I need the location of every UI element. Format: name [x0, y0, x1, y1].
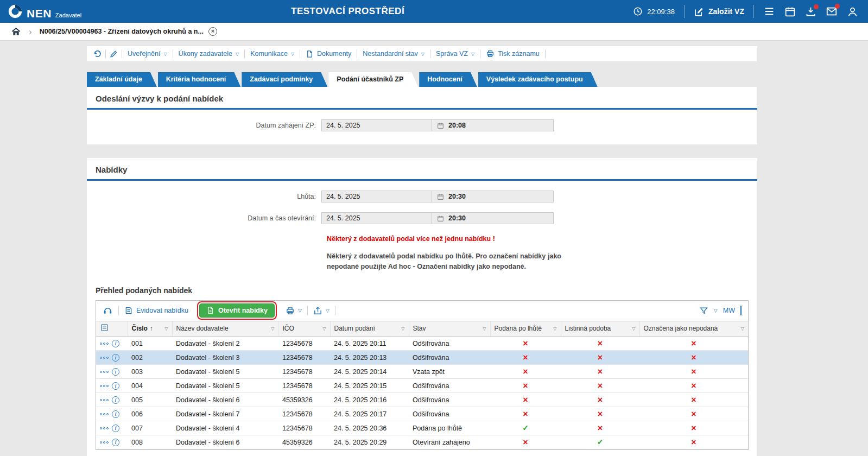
filter-dropdown-icon[interactable]: ▽ — [553, 326, 556, 331]
filter-icon[interactable] — [699, 306, 708, 315]
info-icon[interactable]: i — [112, 354, 119, 362]
tab-zadavaci-podminky[interactable]: Zadávací podmínky — [242, 72, 327, 87]
info-icon[interactable]: i — [112, 425, 119, 432]
user-initials-button[interactable]: MW — [723, 307, 735, 314]
info-icon[interactable]: i — [112, 396, 119, 404]
toolbar-item-tisk-zaznamu[interactable]: Tisk záznamu — [484, 49, 542, 58]
register-offer-button[interactable]: Evidovat nabídku — [124, 306, 188, 315]
chevron-down-icon[interactable]: ▽ — [714, 308, 718, 313]
cell-ico: 12345678 — [278, 407, 330, 421]
filter-dropdown-icon[interactable]: ▽ — [401, 326, 404, 331]
cell-supplier: Dodavatel - školení 7 — [172, 407, 278, 421]
column-header-oznacena-jako-nepodana[interactable]: Označena jako nepodaná ▽ — [639, 321, 748, 337]
divider — [307, 306, 308, 315]
column-header-listinna-podoba[interactable]: Listinná podoba ▽ — [561, 321, 639, 337]
info-icon[interactable]: i — [112, 368, 119, 376]
user-icon[interactable] — [847, 6, 858, 17]
pencil-icon[interactable] — [109, 49, 118, 59]
tab-kriteria-hodnoceni[interactable]: Kritéria hodnocení — [158, 72, 240, 87]
breadcrumb: › N006/25/V00004963 - Zřízení datových o… — [0, 23, 868, 41]
cell-ico: 12345678 — [278, 337, 330, 351]
row-menu-icon[interactable] — [100, 385, 109, 387]
info-icon[interactable]: i — [112, 410, 119, 418]
export-button[interactable]: ▽ — [313, 306, 330, 315]
date-input[interactable]: 24. 5. 2025 — [322, 191, 432, 202]
date-input[interactable]: 24. 5. 2025 — [322, 213, 432, 224]
downloads-button[interactable] — [805, 6, 816, 17]
menu-icon[interactable] — [763, 5, 775, 17]
close-icon[interactable]: × — [208, 27, 217, 36]
filter-dropdown-icon[interactable]: ▽ — [741, 326, 744, 331]
table-row[interactable]: i 001 Dodavatel - školení 2 12345678 24.… — [96, 337, 748, 351]
calendar-icon[interactable] — [784, 6, 796, 17]
record-toolbar: Uveřejnění ▽ Úkony zadavatele ▽ Komunika… — [87, 46, 757, 61]
chevron-down-icon: ▽ — [163, 52, 167, 56]
toolbar-item-label: Nestandardní stav — [363, 50, 417, 58]
column-header-datum-podani[interactable]: Datum podání ▽ — [330, 321, 409, 337]
column-header-nazev-dodavatele[interactable]: Název dodavatele ▽ — [172, 321, 278, 337]
tab-hodnoceni[interactable]: Hodnocení — [419, 72, 477, 87]
tab-vysledek-zadavaciho-postupu[interactable]: Výsledek zadávacího postupu — [478, 72, 598, 87]
table-row[interactable]: i 008 Dodavatel - školení 6 45359326 24.… — [96, 435, 748, 449]
print-grid-button[interactable]: ▽ — [286, 306, 302, 315]
toolbar-item-komunikace[interactable]: Komunikace ▽ — [248, 50, 296, 58]
toolbar-item-ukony-zadavatele[interactable]: Úkony zadavatele ▽ — [176, 50, 242, 58]
tab-podani-ucastniku-zp[interactable]: Podání účastníků ZP — [328, 72, 418, 87]
app-logo[interactable]: NEN Zadavatel — [8, 4, 81, 19]
cell-date: 24. 5. 2025 20:11 — [330, 337, 409, 351]
open-offers-label: Otevřít nabídky — [218, 307, 268, 314]
late-mark: × — [523, 367, 528, 376]
filter-dropdown-icon[interactable]: ▽ — [632, 326, 635, 331]
home-icon[interactable] — [11, 27, 21, 37]
time-value: 20:30 — [448, 193, 466, 200]
chevron-down-icon: ▽ — [236, 52, 239, 56]
table-row[interactable]: i 005 Dodavatel - školení 6 45359326 24.… — [96, 393, 748, 407]
chevron-down-icon: ▽ — [421, 52, 425, 56]
cell-date: 24. 5. 2025 20:36 — [330, 421, 409, 435]
table-row[interactable]: i 004 Dodavatel - školení 5 12345678 24.… — [96, 379, 748, 393]
open-offers-button[interactable]: Otevřít nabídky — [199, 303, 275, 318]
table-row[interactable]: i 006 Dodavatel - školení 7 12345678 24.… — [96, 407, 748, 421]
column-header-ico[interactable]: IČO ▽ — [278, 321, 330, 337]
row-menu-icon[interactable] — [100, 413, 109, 415]
divider — [545, 49, 546, 58]
cell-ico: 12345678 — [278, 365, 330, 379]
undo-icon[interactable] — [92, 49, 102, 59]
breadcrumb-record-tab[interactable]: N006/25/V00004963 - Zřízení datových okr… — [40, 27, 217, 36]
row-menu-icon[interactable] — [100, 371, 109, 373]
tab-zakladni-udaje[interactable]: Základní údaje — [87, 72, 157, 87]
row-menu-icon[interactable] — [100, 343, 109, 345]
filter-dropdown-icon[interactable]: ▽ — [483, 326, 486, 331]
toolbar-item-uverejneni[interactable]: Uveřejnění ▽ — [125, 50, 169, 58]
column-header-podana-po-lhute[interactable]: Podaná po lhůtě ▽ — [490, 321, 561, 337]
time-input[interactable]: 20:30 — [432, 213, 553, 224]
create-vz-button[interactable]: Založit VZ — [694, 7, 744, 17]
toolbar-item-sprava-vz[interactable]: Správa VZ ▽ — [434, 50, 477, 58]
divider — [740, 306, 742, 315]
info-icon[interactable]: i — [112, 340, 119, 347]
toolbar-item-dokumenty[interactable]: Dokumenty — [303, 50, 353, 58]
row-menu-icon[interactable] — [100, 357, 109, 359]
messages-button[interactable] — [826, 5, 838, 17]
cell-notsubmitted: × — [639, 435, 748, 449]
filter-dropdown-icon[interactable]: ▽ — [322, 326, 326, 331]
row-menu-icon[interactable] — [100, 441, 109, 444]
info-icon[interactable]: i — [112, 382, 119, 390]
table-row[interactable]: i 003 Dodavatel - školení 5 12345678 24.… — [96, 365, 748, 379]
row-menu-icon[interactable] — [100, 399, 109, 401]
toolbar-item-nestandardni-stav[interactable]: Nestandardní stav ▽ — [360, 50, 427, 58]
table-row[interactable]: i 007 Dodavatel - školení 4 12345678 24.… — [96, 421, 748, 435]
date-input[interactable]: 24. 5. 2025 — [322, 120, 432, 131]
filter-dropdown-icon[interactable]: ▽ — [164, 326, 168, 331]
time-input[interactable]: 20:08 — [432, 120, 553, 131]
column-header-cislo[interactable]: Číslo ↑ ▽ — [128, 321, 172, 337]
info-icon[interactable]: i — [112, 439, 119, 446]
time-input[interactable]: 20:30 — [432, 191, 553, 202]
column-settings-header[interactable] — [96, 321, 128, 337]
table-row[interactable]: i 002 Dodavatel - školení 3 12345678 24.… — [96, 351, 748, 365]
chevron-down-icon: ▽ — [298, 308, 302, 313]
headset-icon[interactable] — [103, 306, 113, 316]
column-header-stav[interactable]: Stav ▽ — [409, 321, 490, 337]
row-menu-icon[interactable] — [100, 427, 109, 429]
filter-dropdown-icon[interactable]: ▽ — [271, 326, 274, 331]
